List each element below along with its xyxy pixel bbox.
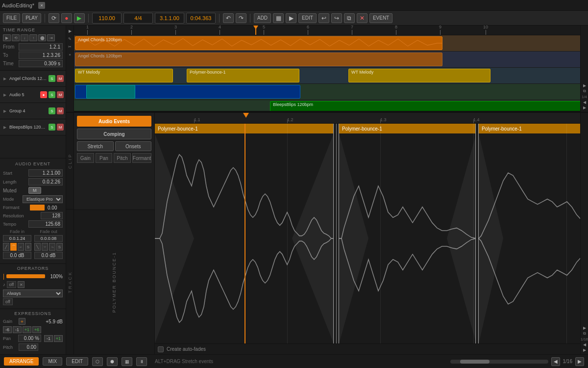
track-2-solo[interactable]: S: [49, 91, 55, 98]
fade-in-value[interactable]: 0.0.1.24: [3, 235, 31, 242]
transport-play-button[interactable]: ▶: [286, 13, 296, 23]
tr-icon-2[interactable]: ⟲: [12, 34, 20, 41]
fade-out-s[interactable]: S: [56, 243, 63, 251]
muted-button[interactable]: M: [28, 187, 41, 194]
duplicate-button[interactable]: ⧉: [344, 13, 355, 23]
track-4-solo[interactable]: S: [49, 124, 55, 131]
track-clip-3c[interactable]: WT Melody: [348, 69, 490, 82]
track-4-expand[interactable]: ▶: [2, 124, 8, 130]
gain-step-plus6[interactable]: +6: [32, 326, 41, 333]
audio-events-button[interactable]: Audio Events: [77, 116, 151, 127]
gain-step-minus6[interactable]: -6: [3, 326, 12, 333]
track-1-expand[interactable]: ▶: [2, 76, 8, 81]
event-button[interactable]: EVENT: [369, 13, 392, 23]
ops-x-btn-1[interactable]: ✕: [18, 281, 24, 288]
mix-tab[interactable]: MIX: [43, 357, 62, 366]
track-3-solo[interactable]: S: [49, 107, 55, 114]
track-4-mute[interactable]: M: [57, 124, 64, 131]
fade-in-s[interactable]: S: [25, 243, 31, 251]
tr-icon-5[interactable]: ⬤: [38, 34, 46, 41]
comping-button[interactable]: Comping: [77, 129, 151, 139]
bottom-icon-1[interactable]: ⬡: [92, 357, 103, 366]
pan-step-minus1[interactable]: -1: [44, 335, 53, 342]
gain-add-button[interactable]: +: [19, 318, 25, 325]
tr-icon-6[interactable]: ⇥: [47, 34, 55, 41]
graph-button[interactable]: ▦: [273, 13, 284, 23]
arrow-left-button[interactable]: ↩: [318, 13, 329, 23]
bottom-icon-4[interactable]: ⏸: [136, 357, 147, 366]
add-button[interactable]: ADD: [254, 13, 271, 23]
arrange-right-btn-4[interactable]: ▶: [583, 105, 586, 110]
auto-fades-checkbox[interactable]: [158, 346, 164, 352]
play-menu-button[interactable]: PLAY: [22, 13, 41, 23]
arrange-right-btn-3[interactable]: ◀: [583, 100, 586, 105]
pitch-param-button[interactable]: Pitch: [114, 153, 131, 163]
edit-tab[interactable]: EDIT: [66, 357, 88, 366]
track-clip-5a[interactable]: BleepsBlips 120bpm: [270, 101, 580, 112]
tr-icon-3[interactable]: ↓: [21, 34, 28, 41]
track-3-expand[interactable]: ▶: [2, 108, 8, 114]
file-button[interactable]: FILE: [3, 13, 20, 23]
track-clip-3a[interactable]: WT Melody: [75, 69, 173, 82]
track-clip-2a[interactable]: Angel Chords 120bpm: [75, 53, 442, 66]
bottom-icon-3[interactable]: ▦: [122, 357, 132, 366]
close-button[interactable]: ×: [38, 2, 45, 9]
play-button[interactable]: ▶: [74, 13, 85, 23]
fade-out-step[interactable]: ¬: [49, 243, 55, 251]
arrange-right-btn-1[interactable]: ▶: [583, 83, 586, 88]
track-clip-4b[interactable]: [86, 85, 135, 99]
clip-right-btn-2[interactable]: ⧉: [583, 331, 586, 336]
track-1-mute[interactable]: M: [57, 75, 64, 82]
pan-step-plus1[interactable]: +1: [54, 335, 63, 342]
fade-in-linear[interactable]: ╱: [3, 243, 9, 251]
track-2-expand[interactable]: ▶: [2, 92, 8, 98]
arrange-tool-3[interactable]: ✂: [67, 43, 74, 50]
clip-right-btn-3[interactable]: ◀: [583, 342, 586, 347]
zoom-in-button[interactable]: ▶: [575, 357, 584, 366]
scrollbar-thumb[interactable]: [460, 360, 490, 364]
h-scrollbar[interactable]: [450, 360, 548, 364]
track-clip-1a[interactable]: Angel Chords 120bpm: [75, 36, 442, 50]
to-value[interactable]: 1.2.3.26: [19, 52, 63, 59]
track-3-mute[interactable]: M: [57, 107, 64, 114]
start-value[interactable]: 1.2.1.00: [28, 169, 63, 177]
record-button[interactable]: ●: [61, 13, 72, 23]
track-2-mute[interactable]: M: [57, 91, 64, 98]
arrange-right-btn-2[interactable]: ⧉: [583, 89, 586, 94]
bottom-icon-2[interactable]: ⬢: [107, 357, 118, 366]
clip-right-btn-1[interactable]: ▶: [583, 326, 586, 330]
onsets-button[interactable]: Onsets: [115, 141, 152, 151]
fade-out-curve[interactable]: ⌣: [42, 243, 48, 251]
track-2-rec[interactable]: ●: [40, 91, 47, 98]
delete-button[interactable]: ✕: [357, 13, 368, 23]
stretch-button[interactable]: Stretch: [77, 141, 114, 151]
pitch-value[interactable]: 0.00: [19, 343, 38, 351]
arrange-tab[interactable]: ARRANGE: [4, 357, 39, 366]
tempo-value[interactable]: 125.68: [28, 220, 63, 228]
pan-value[interactable]: 0.00 %: [18, 335, 41, 342]
track-clip-3b[interactable]: Polymer-bounce-1: [187, 69, 299, 82]
arrange-tool-2[interactable]: ✎: [67, 35, 74, 42]
undo-button[interactable]: ↶: [223, 13, 234, 23]
gain-param-button[interactable]: Gain: [77, 153, 94, 163]
loop-button[interactable]: ⟳: [49, 13, 59, 23]
fade-out-linear[interactable]: ╲: [34, 243, 41, 251]
length-value[interactable]: 0.0.2.26: [28, 178, 63, 185]
fade-in-curve[interactable]: ⌒: [10, 243, 17, 251]
from-value[interactable]: 1.2.1: [19, 43, 63, 51]
tr-icon-4[interactable]: ↑: [29, 34, 37, 41]
formant-param-button[interactable]: Formant: [132, 153, 151, 163]
gain-step-minus1[interactable]: -1: [13, 326, 22, 333]
arrange-tool-1[interactable]: ▶: [67, 27, 74, 34]
mode-select[interactable]: Elastique Pro: [23, 195, 63, 203]
arrow-right-button[interactable]: ↪: [331, 13, 342, 23]
edit-button[interactable]: EDIT: [298, 13, 317, 23]
pan-param-button[interactable]: Pan: [96, 153, 113, 163]
fade-in-step[interactable]: ⌐: [18, 243, 24, 251]
ops-always-select[interactable]: Always: [3, 289, 63, 297]
redo-button[interactable]: ↷: [236, 13, 246, 23]
clip-right-btn-4[interactable]: ▶: [583, 348, 586, 352]
zoom-out-button[interactable]: ◀: [551, 357, 560, 366]
ops-slider-track[interactable]: [6, 274, 45, 278]
tr-icon-1[interactable]: ▶: [3, 34, 11, 41]
